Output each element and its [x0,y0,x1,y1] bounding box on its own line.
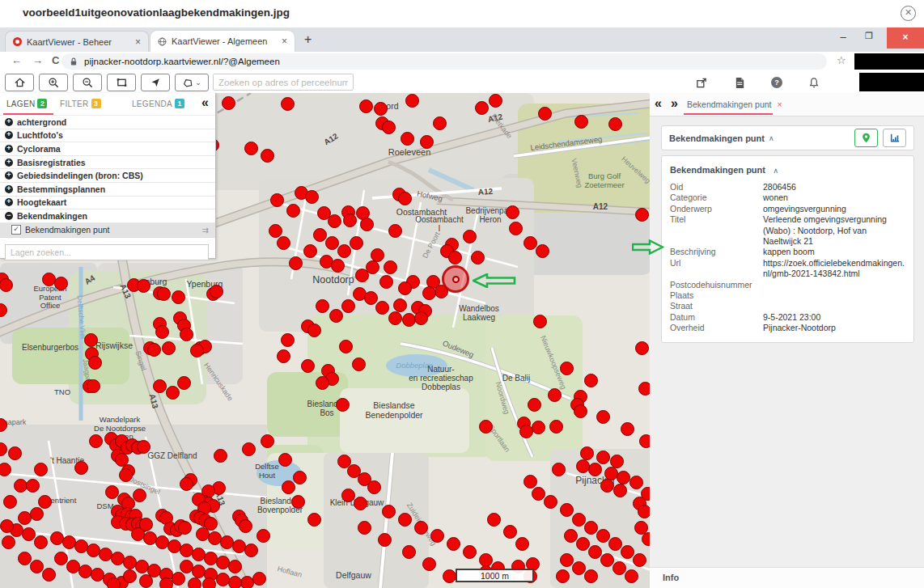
announcement-dot[interactable] [0,519,14,533]
announcement-dot[interactable] [281,97,295,111]
announcement-dot[interactable] [358,521,371,535]
announcement-dot[interactable] [119,468,133,482]
announcement-dot[interactable] [341,489,355,502]
announcement-dot[interactable] [216,556,230,569]
announcement-dot[interactable] [463,545,477,559]
announcement-dot[interactable] [133,489,146,502]
announcement-dot[interactable] [192,565,206,578]
announcement-dot[interactable] [388,224,402,238]
announcement-dot[interactable] [515,537,529,551]
announcement-dot[interactable] [608,537,622,551]
announcement-dot[interactable] [66,560,80,573]
announcement-dot[interactable] [87,544,100,557]
announcement-dot[interactable] [503,525,517,539]
announcement-dot[interactable] [384,260,397,274]
announcement-dot[interactable] [374,102,388,116]
announcement-dot[interactable] [62,535,76,549]
announcement-dot[interactable] [364,291,378,305]
announcement-dot[interactable] [107,577,121,588]
announcement-dot[interactable] [600,553,614,567]
announcement-dot[interactable] [613,484,627,497]
announcement-dot[interactable] [506,205,519,219]
layer-row[interactable]: +achtergrond [0,116,215,129]
expand-layer-icon[interactable]: + [5,118,13,126]
layer-row[interactable]: +Bestemmingsplannen [0,183,215,197]
announcement-dot[interactable] [135,560,149,573]
announcement-dot[interactable] [180,477,193,491]
announcement-dot[interactable] [303,244,317,258]
announcement-dot[interactable] [422,557,436,571]
announcement-dot[interactable] [556,569,570,583]
announcement-dot[interactable] [339,340,353,353]
announcement-dot[interactable] [216,573,230,586]
announcement-dot[interactable] [54,277,68,290]
announcement-dot[interactable] [244,142,258,155]
announcement-dot[interactable] [629,476,643,489]
expand-layer-icon[interactable]: + [5,159,13,167]
announcement-dot[interactable] [360,218,374,231]
announcement-dot[interactable] [147,343,161,357]
announcement-dot[interactable] [131,527,145,541]
announcement-dot[interactable] [301,359,315,373]
announcement-dot[interactable] [153,379,167,393]
announcement-dot[interactable] [509,222,523,235]
layer-row[interactable]: +Basisregistraties [0,156,215,170]
announcement-dot[interactable] [532,421,545,434]
expand-layer-icon[interactable]: + [5,145,13,153]
announcement-dot[interactable] [22,527,36,541]
announcement-dot[interactable] [398,281,412,295]
notifications-button[interactable] [804,74,824,91]
announcement-dot[interactable] [0,463,11,476]
announcement-dot[interactable] [307,324,321,337]
announcement-dot[interactable] [155,535,169,549]
announcement-dot[interactable] [576,459,590,473]
announcement-dot[interactable] [448,251,462,264]
attribute-value[interactable]: https://zoek.officielebekendmakingen.nl/… [763,258,905,280]
info-section-header[interactable]: Info [650,567,924,588]
announcement-dot[interactable] [621,545,634,559]
expand-panel-icon[interactable]: » [671,96,678,111]
announcement-dot[interactable] [242,442,256,456]
collapse-layer-icon[interactable]: − [5,212,13,220]
announcement-dot[interactable] [202,577,216,588]
announcement-dot[interactable] [18,552,32,565]
announcement-dot[interactable] [572,513,586,527]
announcement-dot[interactable] [240,576,254,588]
announcement-dot[interactable] [196,527,210,541]
announcement-dot[interactable] [366,260,379,274]
announcement-dot[interactable] [316,299,329,313]
window-close-button[interactable]: × [887,27,924,49]
announcement-dot[interactable] [139,574,153,588]
announcement-dot[interactable] [210,285,223,298]
announcement-dot[interactable] [588,463,602,476]
expand-layer-icon[interactable]: + [5,131,13,139]
announcement-dot[interactable] [291,495,305,509]
announcement-dot[interactable] [635,208,649,222]
announcement-dot[interactable] [564,529,578,543]
announcement-dot[interactable] [14,479,28,493]
announcement-dot[interactable] [560,362,574,375]
announcement-dot[interactable] [443,569,456,583]
tab-lagen[interactable]: LAGEN 2 [6,99,47,108]
announcement-dot[interactable] [42,273,56,286]
announcement-dot[interactable] [3,495,17,509]
announcement-dot[interactable] [214,449,227,463]
announcement-dot[interactable] [228,576,242,588]
announcement-dot[interactable] [420,135,434,149]
announcement-dot[interactable] [354,497,367,510]
announcement-dot[interactable] [188,577,201,588]
browser-tab-beheer[interactable]: KaartViewer - Beheer × [5,31,149,52]
announcement-dot[interactable] [523,475,537,489]
announcement-dot[interactable] [270,193,284,207]
expand-layer-icon[interactable]: + [5,171,13,180]
announcement-dot[interactable] [123,569,137,583]
announcement-dot[interactable] [123,556,137,569]
announcement-dot[interactable] [2,535,15,549]
tab-close-icon[interactable]: × [282,36,287,47]
announcement-dot[interactable] [177,376,191,390]
announcement-dot[interactable] [172,290,185,304]
window-maximize-button[interactable]: ❐ [861,31,877,41]
announcement-dot[interactable] [471,251,485,264]
announcement-dot[interactable] [84,333,98,347]
announcement-dot[interactable] [329,309,343,323]
